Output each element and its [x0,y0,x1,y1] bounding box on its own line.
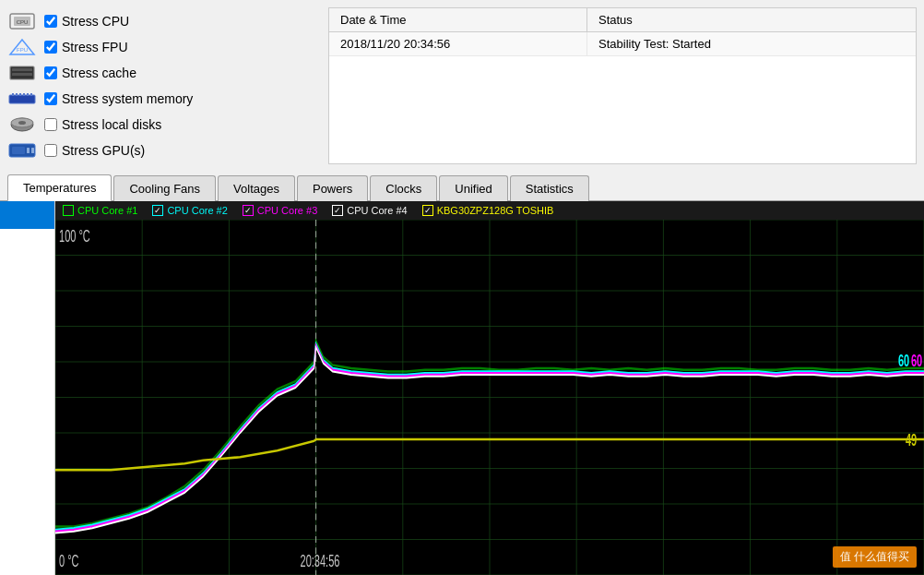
chart-svg: 100 °C 0 °C 60 60 [55,220,924,575]
svg-rect-12 [23,93,25,96]
svg-text:CPU: CPU [17,19,29,25]
svg-rect-20 [27,148,30,153]
stress-gpu-item: Stress GPU(s) [7,140,321,161]
svg-rect-7 [12,73,32,76]
legend-core3-checkbox[interactable] [243,205,254,216]
top-section: CPU Stress CPU FPU Stress FPU [0,0,924,172]
cpu-icon: CPU [7,11,37,31]
chart-area: CPU Core #1 CPU Core #2 CPU Core #3 CPU … [55,201,924,575]
memory-icon [7,89,37,109]
watermark: 值 什么值得买 [833,546,917,568]
stress-options-panel: CPU Stress CPU FPU Stress FPU [7,7,321,164]
svg-point-17 [18,121,26,125]
stress-gpu-label[interactable]: Stress GPU(s) [44,143,145,158]
stress-cache-item: Stress cache [7,63,321,83]
tab-temperatures[interactable]: Temperatures [7,174,112,201]
stress-cpu-checkbox[interactable] [44,15,57,28]
log-col-datetime: Date & Time [329,8,587,31]
svg-rect-14 [30,93,32,96]
log-col-status: Status [587,8,916,31]
stress-fpu-checkbox[interactable] [44,41,57,54]
tab-clocks[interactable]: Clocks [370,175,437,201]
tabs-bar: Temperatures Cooling Fans Voltages Power… [0,174,924,201]
svg-text:49: 49 [906,430,917,449]
legend-core3: CPU Core #3 [243,205,317,216]
legend-core2: CPU Core #2 [152,205,227,216]
svg-text:60: 60 [911,351,922,370]
tab-statistics[interactable]: Statistics [510,175,589,201]
stress-cache-label[interactable]: Stress cache [44,66,136,80]
legend-core4-checkbox[interactable] [332,205,343,216]
legend-toshib-checkbox[interactable] [422,205,433,216]
stress-memory-label[interactable]: Stress system memory [44,91,193,106]
log-status: Stability Test: Started [587,32,916,55]
log-header: Date & Time Status [329,8,916,32]
stress-memory-item: Stress system memory [7,89,321,109]
legend-core1-label: CPU Core #1 [77,205,137,216]
legend-core1-checkbox[interactable] [63,205,74,216]
svg-text:20:34:56: 20:34:56 [301,551,340,570]
tab-unified[interactable]: Unified [439,175,507,201]
log-panel: Date & Time Status 2018/11/20 20:34:56 S… [328,7,917,164]
log-datetime: 2018/11/20 20:34:56 [329,32,587,55]
svg-text:60: 60 [898,351,909,370]
stress-gpu-checkbox[interactable] [44,144,57,157]
chart-legend: CPU Core #1 CPU Core #2 CPU Core #3 CPU … [55,201,924,220]
legend-core2-label: CPU Core #2 [167,205,227,216]
svg-text:100 °C: 100 °C [59,226,90,246]
stress-cpu-label[interactable]: Stress CPU [44,14,129,29]
stress-cache-checkbox[interactable] [44,66,57,79]
legend-toshib-label: KBG30ZPZ128G TOSHIB [437,205,554,216]
tab-voltages[interactable]: Voltages [218,175,295,201]
stress-fpu-item: FPU Stress FPU [7,37,321,57]
svg-rect-19 [12,147,25,154]
tab-cooling-fans[interactable]: Cooling Fans [113,175,216,201]
legend-core2-checkbox[interactable] [152,205,163,216]
main-container: CPU Stress CPU FPU Stress FPU [0,0,924,575]
sidebar-blue-bar [0,201,54,229]
fpu-icon: FPU [7,37,37,57]
svg-text:0 °C: 0 °C [59,551,79,570]
legend-core4: CPU Core #4 [332,205,407,216]
svg-rect-9 [12,93,14,96]
svg-rect-6 [12,68,32,71]
svg-rect-13 [27,93,29,96]
svg-rect-10 [16,93,18,96]
chart-canvas-wrapper: 100 °C 0 °C 60 60 [55,220,924,575]
legend-core1: CPU Core #1 [63,205,137,216]
legend-core4-label: CPU Core #4 [347,205,407,216]
stress-fpu-label[interactable]: Stress FPU [44,40,128,54]
legend-toshib: KBG30ZPZ128G TOSHIB [422,205,554,216]
chart-sidebar [0,201,55,575]
stress-disks-label[interactable]: Stress local disks [44,117,161,132]
tab-powers[interactable]: Powers [297,175,368,201]
log-row: 2018/11/20 20:34:56 Stability Test: Star… [329,32,916,56]
stress-memory-checkbox[interactable] [44,92,57,105]
stress-disks-item: Stress local disks [7,114,321,135]
svg-rect-11 [19,93,21,96]
svg-rect-8 [9,95,35,103]
chart-section: CPU Core #1 CPU Core #2 CPU Core #3 CPU … [0,201,924,575]
legend-core3-label: CPU Core #3 [257,205,317,216]
svg-text:FPU: FPU [17,47,28,53]
disk-icon [7,114,37,135]
gpu-icon [7,140,37,161]
stress-cpu-item: CPU Stress CPU [7,11,321,31]
cache-icon [7,63,37,83]
svg-rect-21 [31,148,34,153]
stress-disks-checkbox[interactable] [44,118,57,131]
